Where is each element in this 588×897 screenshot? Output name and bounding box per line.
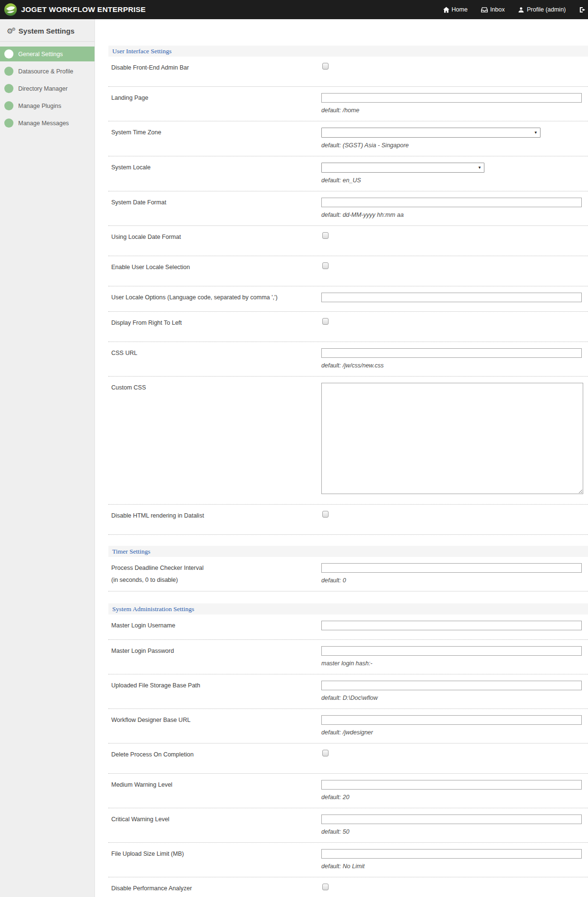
form-row: Master Login Username [108, 614, 588, 640]
critical-warning-level-input[interactable] [321, 814, 582, 824]
form-row: Landing Page default: /home [108, 87, 588, 121]
field-label: File Upload Size Limit (MB) [108, 849, 321, 870]
top-bar: JOGET WORKFLOW ENTERPRISE Home Inbox Pro… [0, 0, 588, 19]
section-system-administration-settings: System Administration Settings Master Lo… [108, 603, 588, 897]
field-label: Critical Warning Level [108, 814, 321, 836]
sidebar-title: System Settings [19, 27, 75, 35]
field-label: Disable Front-End Admin Bar [108, 63, 321, 71]
landing-page-input[interactable] [321, 93, 582, 103]
field-label: Master Login Password [108, 646, 321, 667]
form-row: Medium Warning Level default: 20 [108, 774, 588, 808]
brand-title: JOGET WORKFLOW ENTERPRISE [21, 5, 146, 14]
system-time-zone-select[interactable] [321, 128, 541, 138]
field-hint: default: D:\Doc\wflow [321, 695, 588, 702]
sidebar-item-datasource-profile[interactable]: Datasource & Profile [0, 64, 94, 79]
using-locale-date-format-checkbox[interactable] [322, 232, 329, 239]
sidebar-item-manage-messages[interactable]: Manage Messages [0, 116, 94, 130]
nav-profile[interactable]: Profile (admin) [518, 6, 565, 13]
section-timer-settings: Timer Settings Process Deadline Checker … [108, 546, 588, 591]
field-label: Display From Right To Left [108, 318, 321, 327]
field-hint: master login hash:- [321, 660, 588, 667]
process-deadline-checker-interval-input[interactable] [321, 563, 582, 573]
form-row: User Locale Options (Language code, sepa… [108, 286, 588, 312]
bullet-circle-icon [4, 67, 13, 76]
field-label: Enable User Locale Selection [108, 262, 321, 271]
sidebar-item-label: Manage Plugins [18, 103, 61, 109]
form-row: Disable HTML rendering in Datalist [108, 505, 588, 535]
bullet-circle-icon [4, 101, 13, 110]
field-hint: default: /home [321, 107, 588, 114]
workflow-designer-base-url-input[interactable] [321, 715, 582, 725]
field-hint: default: dd-MM-yyyy hh:mm aa [321, 212, 588, 219]
home-icon [443, 7, 449, 13]
section-title: Timer Settings [108, 546, 588, 557]
sidebar-item-label: General Settings [18, 51, 63, 58]
disable-front-end-admin-bar-checkbox[interactable] [322, 63, 329, 70]
sidebar-item-label: Datasource & Profile [18, 68, 73, 75]
section-title: User Interface Settings [108, 46, 588, 57]
delete-process-on-completion-checkbox[interactable] [322, 750, 329, 756]
field-label-line1: Process Deadline Checker Interval [111, 565, 321, 572]
disable-performance-analyzer-checkbox[interactable] [322, 884, 329, 890]
nav-profile-label: Profile (admin) [527, 6, 565, 13]
master-login-password-input[interactable] [321, 646, 582, 656]
nav-inbox[interactable]: Inbox [481, 6, 505, 13]
system-date-format-input[interactable] [321, 198, 582, 207]
nav-inbox-label: Inbox [490, 6, 505, 13]
file-upload-size-limit-input[interactable] [321, 849, 582, 859]
form-row: System Time Zone ▼ default: (SGST) Asia … [108, 121, 588, 156]
field-label: Using Locale Date Format [108, 232, 321, 241]
form-row: File Upload Size Limit (MB) default: No … [108, 843, 588, 877]
sidebar-item-manage-plugins[interactable]: Manage Plugins [0, 98, 94, 113]
sidebar-item-general-settings[interactable]: General Settings [0, 47, 94, 61]
form-row: Workflow Designer Base URL default: /jwd… [108, 709, 588, 744]
field-label: System Time Zone [108, 128, 321, 149]
custom-css-textarea[interactable] [321, 383, 583, 494]
field-label: Process Deadline Checker Interval (in se… [108, 563, 321, 584]
master-login-username-input[interactable] [321, 621, 582, 630]
form-row: System Locale ▼ default: en_US [108, 156, 588, 191]
sidebar-nav: General Settings Datasource & Profile Di… [0, 47, 94, 130]
bullet-circle-icon [4, 49, 13, 59]
form-row: Critical Warning Level default: 50 [108, 808, 588, 843]
top-nav: Home Inbox Profile (admin) Logout [443, 0, 588, 19]
system-locale-select[interactable] [321, 163, 484, 173]
form-row: Enable User Locale Selection [108, 256, 588, 286]
uploaded-file-storage-base-path-input[interactable] [321, 681, 582, 690]
field-label: User Locale Options (Language code, sepa… [108, 293, 321, 302]
form-row: Using Locale Date Format [108, 226, 588, 256]
user-icon [518, 7, 524, 13]
field-label: Disable Performance Analyzer [108, 884, 321, 892]
field-label: System Locale [108, 163, 321, 184]
field-label: Disable HTML rendering in Datalist [108, 511, 321, 519]
field-label: System Date Format [108, 198, 321, 219]
nav-home-label: Home [452, 6, 468, 13]
field-hint: default: 0 [321, 577, 588, 584]
enable-user-locale-selection-checkbox[interactable] [322, 262, 329, 269]
logout-icon [579, 7, 586, 13]
sidebar-header: ⚙⚙ System Settings [0, 19, 94, 42]
field-hint: default: en_US [321, 177, 588, 184]
joget-logo-icon [4, 3, 17, 16]
medium-warning-level-input[interactable] [321, 780, 582, 790]
sidebar-item-label: Manage Messages [18, 120, 69, 127]
sidebar: ⚙⚙ System Settings General Settings Data… [0, 19, 95, 897]
form-row: System Date Format default: dd-MM-yyyy h… [108, 191, 588, 226]
field-label: Medium Warning Level [108, 780, 321, 801]
sidebar-item-directory-manager[interactable]: Directory Manager [0, 81, 94, 96]
user-locale-options-input[interactable] [321, 293, 582, 302]
display-from-right-to-left-checkbox[interactable] [322, 318, 329, 325]
disable-html-rendering-in-datalist-checkbox[interactable] [322, 511, 329, 518]
sidebar-item-label: Directory Manager [18, 85, 68, 92]
nav-home[interactable]: Home [443, 6, 468, 13]
field-label: Master Login Username [108, 621, 321, 630]
css-url-input[interactable] [321, 348, 582, 358]
form-row: Uploaded File Storage Base Path default:… [108, 674, 588, 709]
form-row: Custom CSS [108, 377, 588, 505]
nav-logout[interactable]: Logout [579, 6, 588, 13]
settings-form: User Interface Settings Disable Front-En… [108, 19, 588, 897]
form-row: Display From Right To Left [108, 312, 588, 342]
form-row: Delete Process On Completion [108, 744, 588, 774]
inbox-icon [481, 7, 488, 13]
field-hint: default: 50 [321, 828, 588, 836]
